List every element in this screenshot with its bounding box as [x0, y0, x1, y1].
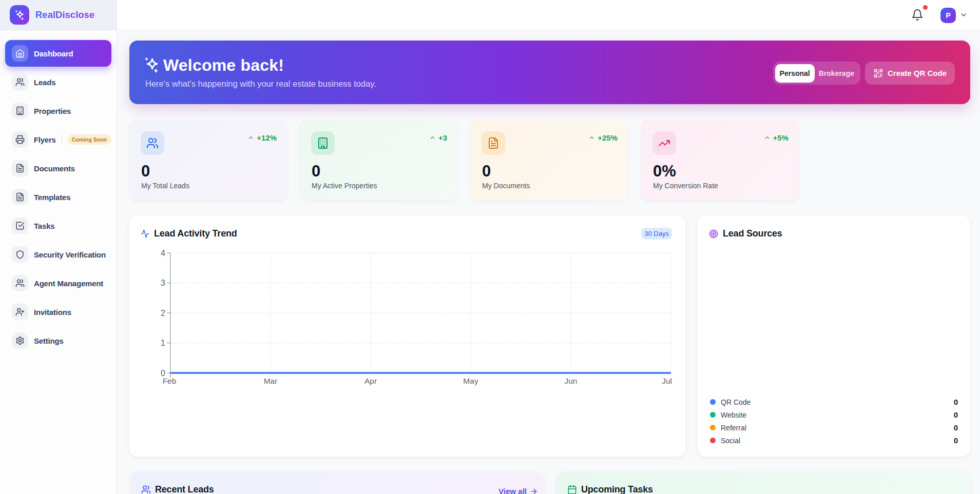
svg-text:3: 3: [161, 279, 165, 287]
svg-text:Jul: Jul: [662, 377, 672, 385]
svg-text:4: 4: [161, 249, 165, 258]
svg-text:1: 1: [161, 339, 165, 347]
svg-text:Feb: Feb: [163, 377, 177, 385]
svg-text:Jun: Jun: [565, 377, 578, 385]
svg-text:May: May: [463, 377, 478, 385]
svg-text:Mar: Mar: [264, 377, 278, 385]
svg-text:2: 2: [161, 309, 165, 318]
svg-text:Apr: Apr: [364, 377, 377, 385]
